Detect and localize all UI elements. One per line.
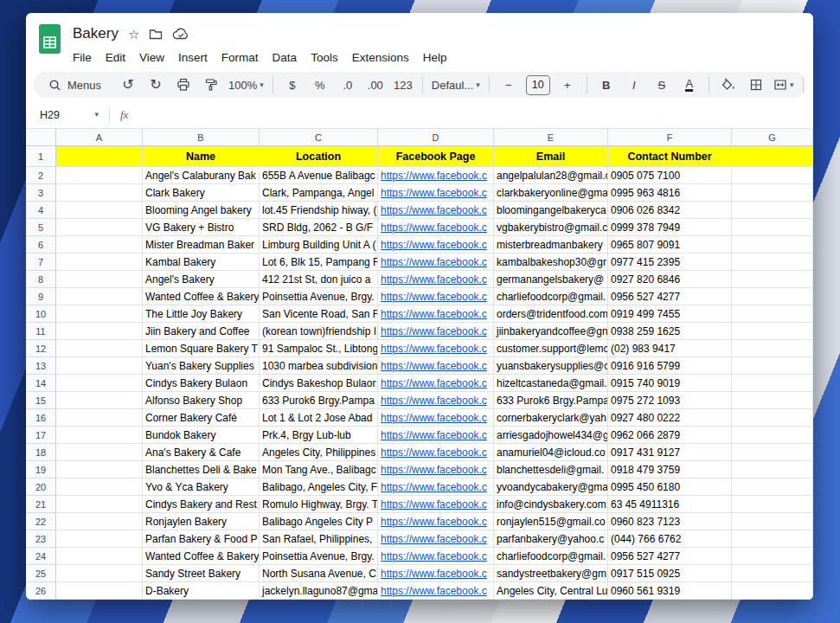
row-header-2[interactable]: 2 <box>26 167 56 184</box>
cell-A24[interactable] <box>56 548 143 565</box>
font-size-input[interactable]: 10 <box>526 75 550 95</box>
menus-button[interactable]: Menus <box>40 74 110 95</box>
cell-D5[interactable]: https://www.facebook.c <box>378 219 494 236</box>
cell-A8[interactable] <box>56 271 143 288</box>
cell-C7[interactable]: Lot 6, Blk 15, Pampang F <box>260 254 378 271</box>
cell-D12[interactable]: https://www.facebook.c <box>378 340 494 357</box>
cell-D21[interactable]: https://www.facebook.c <box>378 496 494 513</box>
cell-B13[interactable]: Yuan's Bakery Supplies <box>143 357 260 375</box>
cell-C10[interactable]: San Vicente Road, San F <box>260 305 378 323</box>
cell-A11[interactable] <box>56 323 143 340</box>
cell-E22[interactable]: ronjaylen515@gmail.co <box>494 513 608 530</box>
cell-D1[interactable]: Facebook Page <box>378 146 494 167</box>
row-header-23[interactable]: 23 <box>26 530 56 548</box>
cell-G17[interactable] <box>732 427 813 444</box>
row-header-6[interactable]: 6 <box>26 236 56 254</box>
cell-A25[interactable] <box>56 565 143 582</box>
menu-insert[interactable]: Insert <box>171 48 215 67</box>
row-header-14[interactable]: 14 <box>26 375 56 392</box>
cell-G2[interactable] <box>732 167 813 184</box>
cell-C21[interactable]: Romulo Highway, Brgy. T <box>260 496 378 513</box>
cell-C22[interactable]: Balibago Angeles City P <box>260 513 378 530</box>
row-header-5[interactable]: 5 <box>26 219 56 236</box>
cell-C4[interactable]: lot.45 Friendship hiway, ( <box>260 202 378 219</box>
cell-G9[interactable] <box>732 288 813 305</box>
cell-D24[interactable]: https://www.facebook.c <box>378 548 494 565</box>
row-header-7[interactable]: 7 <box>26 254 56 271</box>
increase-decimal-button[interactable]: .00 <box>362 74 388 95</box>
cell-B5[interactable]: VG Bakery + Bistro <box>143 219 260 236</box>
cell-B9[interactable]: Wanted Coffee & Bakery <box>143 288 260 305</box>
column-header-D[interactable]: D <box>378 129 494 146</box>
row-header-26[interactable]: 26 <box>26 582 56 600</box>
cell-E3[interactable]: clarkbakeryonline@gma <box>494 184 608 202</box>
cell-E5[interactable]: vgbakerybistro@gmail.c <box>494 219 608 236</box>
cell-F20[interactable]: 0995 450 6180 <box>608 478 732 496</box>
cell-G26[interactable] <box>732 582 813 600</box>
cell-G24[interactable] <box>732 548 813 565</box>
cell-G22[interactable] <box>732 513 813 530</box>
cell-G4[interactable] <box>732 202 813 219</box>
cell-D17[interactable]: https://www.facebook.c <box>378 427 494 444</box>
cell-B23[interactable]: Parfan Bakery & Food P <box>143 530 260 548</box>
cell-B11[interactable]: Jiin Bakery and Coffee <box>143 323 260 340</box>
star-icon[interactable]: ☆ <box>128 28 139 41</box>
cell-E11[interactable]: jiinbakeryandcoffee@gn <box>494 323 608 340</box>
cell-C18[interactable]: Angeles City, Philippines <box>260 444 378 461</box>
row-header-3[interactable]: 3 <box>26 184 56 202</box>
cell-C3[interactable]: Clark, Pampanga, Angel <box>260 184 378 202</box>
merge-cells-button[interactable]: ▾ <box>771 74 797 95</box>
cell-D26[interactable]: https://www.facebook.c <box>378 582 494 600</box>
row-header-20[interactable]: 20 <box>26 478 56 496</box>
cell-A17[interactable] <box>56 427 143 444</box>
bold-button[interactable]: B <box>593 74 619 95</box>
row-header-17[interactable]: 17 <box>26 427 56 444</box>
cell-C11[interactable]: (korean town)friendship I <box>260 323 378 340</box>
percent-format-button[interactable]: % <box>307 74 333 95</box>
cell-A12[interactable] <box>56 340 143 357</box>
cell-A3[interactable] <box>56 184 143 202</box>
cell-A14[interactable] <box>56 375 143 392</box>
cell-F14[interactable]: 0915 740 9019 <box>608 375 732 392</box>
cell-G6[interactable] <box>732 236 813 254</box>
column-header-F[interactable]: F <box>608 129 732 146</box>
cell-B1[interactable]: Name <box>143 146 260 167</box>
menu-data[interactable]: Data <box>266 48 305 67</box>
cell-D10[interactable]: https://www.facebook.c <box>378 305 494 323</box>
cell-E6[interactable]: misterbreadmanbakery <box>494 236 608 254</box>
cell-B20[interactable]: Yvo & Yca Bakery <box>143 478 260 496</box>
cell-C8[interactable]: 412 21st St, don juico a <box>260 271 378 288</box>
cell-D13[interactable]: https://www.facebook.c <box>378 357 494 375</box>
name-box[interactable]: H29 ▾ <box>26 109 109 121</box>
cell-D22[interactable]: https://www.facebook.c <box>378 513 494 530</box>
cell-G18[interactable] <box>732 444 813 461</box>
cell-F26[interactable]: 0960 561 9319 <box>608 582 732 600</box>
cell-G14[interactable] <box>732 375 813 392</box>
print-button[interactable] <box>170 74 196 95</box>
cell-F24[interactable]: 0956 527 4277 <box>608 548 732 565</box>
cell-F13[interactable]: 0916 916 5799 <box>608 357 732 375</box>
cell-B18[interactable]: Ana's Bakery & Cafe <box>143 444 260 461</box>
row-header-25[interactable]: 25 <box>26 565 56 582</box>
row-header-13[interactable]: 13 <box>26 357 56 375</box>
cell-C25[interactable]: North Susana Avenue, C <box>260 565 378 582</box>
cell-C15[interactable]: 633 Purok6 Brgy.Pampa <box>260 392 378 409</box>
cell-F23[interactable]: (044) 766 6762 <box>608 530 732 548</box>
cell-B22[interactable]: Ronjaylen Bakery <box>143 513 260 530</box>
cell-D25[interactable]: https://www.facebook.c <box>378 565 494 582</box>
cell-G3[interactable] <box>732 184 813 202</box>
cell-C5[interactable]: SRD Bldg, 2062 - B G/F <box>260 219 378 236</box>
cell-G21[interactable] <box>732 496 813 513</box>
cell-C24[interactable]: Poinsettia Avenue, Brgy. <box>260 548 378 565</box>
cell-C13[interactable]: 1030 marbea subdivision <box>260 357 378 375</box>
more-formats-button[interactable]: 123 <box>390 74 416 95</box>
cell-D4[interactable]: https://www.facebook.c <box>378 202 494 219</box>
cell-C12[interactable]: 91 Sampaloc St., Libtong <box>260 340 378 357</box>
cell-F21[interactable]: 63 45 4911316 <box>608 496 732 513</box>
cell-B7[interactable]: Kambal Bakery <box>143 254 260 271</box>
cell-G7[interactable] <box>732 254 813 271</box>
cell-C19[interactable]: Mon Tang Ave., Balibagc <box>260 461 378 478</box>
cell-F5[interactable]: 0999 378 7949 <box>608 219 732 236</box>
cell-G8[interactable] <box>732 271 813 288</box>
cell-F16[interactable]: 0927 480 0222 <box>608 409 732 427</box>
